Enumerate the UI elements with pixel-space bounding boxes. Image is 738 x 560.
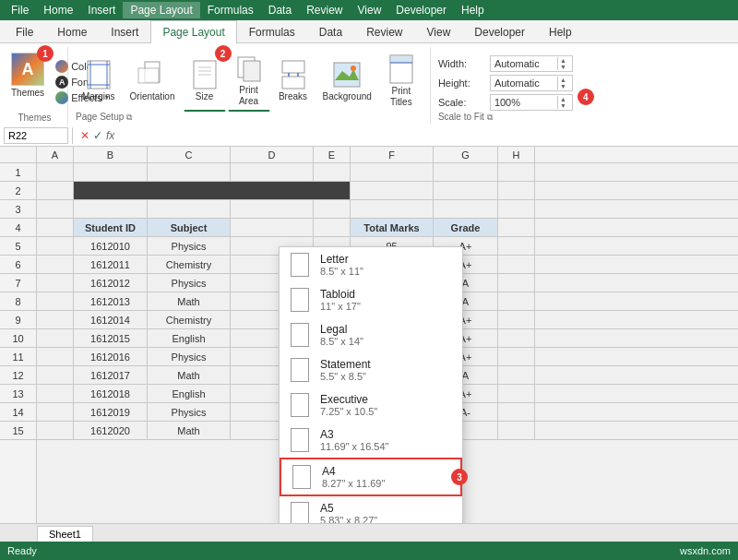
orientation-button[interactable]: Orientation bbox=[124, 51, 182, 112]
cell-14-1[interactable] bbox=[37, 403, 74, 421]
scale-input[interactable]: 100% ▲▼ 4 bbox=[490, 94, 573, 111]
size-dropdown[interactable]: Letter8.5" x 11"Tabloid11" x 17"Legal8.5… bbox=[279, 246, 463, 523]
cell-9-2[interactable]: 1612014 bbox=[74, 311, 148, 328]
row-header-15[interactable]: 15 bbox=[0, 422, 36, 440]
cell-4-4[interactable] bbox=[231, 219, 314, 236]
row-header-7[interactable]: 7 bbox=[0, 274, 36, 292]
cell-4-7[interactable]: Grade bbox=[434, 219, 498, 236]
menu-tab-review[interactable]: Review bbox=[299, 2, 350, 18]
page-setup-dialog-icon[interactable]: ⧉ bbox=[126, 113, 132, 122]
row-header-14[interactable]: 14 bbox=[0, 403, 36, 422]
ribbon-tab-developer[interactable]: Developer bbox=[462, 20, 537, 43]
ribbon-tab-review[interactable]: Review bbox=[354, 20, 414, 43]
cell-1-6[interactable] bbox=[351, 163, 434, 181]
cell-13-3[interactable]: English bbox=[148, 385, 231, 402]
cell-6-2[interactable]: 1612011 bbox=[74, 256, 148, 273]
cell-11-3[interactable]: Physics bbox=[148, 348, 231, 365]
confirm-icon[interactable]: ✓ bbox=[93, 129, 102, 142]
col-header-F[interactable]: F bbox=[351, 147, 434, 163]
cell-3-6[interactable] bbox=[351, 200, 434, 218]
cell-7-2[interactable]: 1612012 bbox=[74, 274, 148, 292]
cell-7-1[interactable] bbox=[37, 274, 74, 292]
cell-5-1[interactable] bbox=[37, 237, 74, 255]
cell-14-8[interactable] bbox=[498, 403, 535, 421]
col-header-D[interactable]: D bbox=[231, 147, 314, 163]
sheet-tab-sheet1[interactable]: Sheet1 bbox=[37, 526, 93, 542]
size-option-executive[interactable]: Executive7.25" x 10.5" bbox=[280, 387, 462, 423]
cell-4-8[interactable] bbox=[498, 219, 535, 236]
ribbon-tab-view[interactable]: View bbox=[415, 20, 463, 43]
row-header-10[interactable]: 10 bbox=[0, 329, 36, 348]
cell-2-8[interactable] bbox=[498, 182, 535, 199]
row-header-2[interactable]: 2 bbox=[0, 182, 36, 200]
size-option-a4[interactable]: A48.27" x 11.69"3 bbox=[280, 458, 462, 496]
row-header-13[interactable]: 13 bbox=[0, 385, 36, 403]
row-header-3[interactable]: 3 bbox=[0, 200, 36, 219]
cell-11-1[interactable] bbox=[37, 348, 74, 365]
row-header-11[interactable]: 11 bbox=[0, 348, 36, 366]
print-area-button[interactable]: PrintArea bbox=[228, 51, 270, 112]
col-header-E[interactable]: E bbox=[314, 147, 351, 163]
row-header-6[interactable]: 6 bbox=[0, 256, 36, 274]
cell-5-3[interactable]: Physics bbox=[148, 237, 231, 255]
col-header-H[interactable]: H bbox=[498, 147, 535, 163]
cell-9-8[interactable] bbox=[498, 311, 535, 328]
menu-tab-developer[interactable]: Developer bbox=[388, 2, 454, 18]
cell-4-2[interactable]: Student ID bbox=[74, 219, 148, 236]
row-header-1[interactable]: 1 bbox=[0, 163, 36, 182]
menu-tab-home[interactable]: Home bbox=[36, 2, 80, 18]
cell-3-8[interactable] bbox=[498, 200, 535, 218]
cell-12-2[interactable]: 1612017 bbox=[74, 366, 148, 384]
width-spinner[interactable]: ▲▼ bbox=[557, 57, 568, 70]
cell-12-3[interactable]: Math bbox=[148, 366, 231, 384]
ribbon-tab-file[interactable]: File bbox=[4, 20, 45, 43]
size-option-statement[interactable]: Statement5.5" x 8.5" bbox=[280, 352, 462, 387]
col-header-B[interactable]: B bbox=[74, 147, 148, 163]
cell-3-2[interactable] bbox=[74, 200, 148, 218]
cell-12-1[interactable] bbox=[37, 366, 74, 384]
formula-input[interactable] bbox=[122, 127, 734, 144]
cell-1-7[interactable] bbox=[434, 163, 498, 181]
cell-3-5[interactable] bbox=[314, 200, 351, 218]
size-button[interactable]: Size 2 bbox=[184, 51, 226, 112]
ribbon-tab-data[interactable]: Data bbox=[307, 20, 354, 43]
cell-4-1[interactable] bbox=[37, 219, 74, 236]
cell-7-8[interactable] bbox=[498, 274, 535, 292]
cell-14-2[interactable]: 1612019 bbox=[74, 403, 148, 421]
cell-4-3[interactable]: Subject bbox=[148, 219, 231, 236]
scale-dialog-icon[interactable]: ⧉ bbox=[487, 113, 493, 122]
row-header-9[interactable]: 9 bbox=[0, 311, 36, 329]
cell-5-2[interactable]: 1612010 bbox=[74, 237, 148, 255]
cell-1-8[interactable] bbox=[498, 163, 535, 181]
cell-8-8[interactable] bbox=[498, 292, 535, 310]
cell-2-2[interactable] bbox=[74, 182, 351, 199]
ribbon-tab-page-layout[interactable]: Page Layout bbox=[150, 20, 236, 43]
cell-6-1[interactable] bbox=[37, 256, 74, 273]
cell-9-1[interactable] bbox=[37, 311, 74, 328]
menu-tab-page-layout[interactable]: Page Layout bbox=[123, 2, 199, 18]
height-input[interactable]: Automatic ▲▼ bbox=[490, 75, 573, 91]
menu-tab-data[interactable]: Data bbox=[261, 2, 299, 18]
cell-reference[interactable]: R22 bbox=[4, 127, 68, 144]
cell-3-7[interactable] bbox=[434, 200, 498, 218]
cell-1-5[interactable] bbox=[314, 163, 351, 181]
size-option-letter[interactable]: Letter8.5" x 11" bbox=[280, 247, 462, 282]
cell-4-5[interactable] bbox=[314, 219, 351, 236]
cell-15-2[interactable]: 1612020 bbox=[74, 422, 148, 439]
cell-9-3[interactable]: Chemistry bbox=[148, 311, 231, 328]
fx-icon[interactable]: fx bbox=[106, 129, 114, 142]
cell-10-2[interactable]: 1612015 bbox=[74, 329, 148, 347]
cell-1-3[interactable] bbox=[148, 163, 231, 181]
row-header-5[interactable]: 5 bbox=[0, 237, 36, 256]
themes-button[interactable]: 1 A Themes bbox=[7, 51, 48, 113]
row-header-12[interactable]: 12 bbox=[0, 366, 36, 385]
cell-3-1[interactable] bbox=[37, 200, 74, 218]
cell-6-8[interactable] bbox=[498, 256, 535, 273]
cell-1-4[interactable] bbox=[231, 163, 314, 181]
cell-2-7[interactable] bbox=[434, 182, 498, 199]
menu-tab-file[interactable]: File bbox=[4, 2, 36, 18]
cell-6-3[interactable]: Chemistry bbox=[148, 256, 231, 273]
ribbon-tab-home[interactable]: Home bbox=[45, 20, 99, 43]
col-header-C[interactable]: C bbox=[148, 147, 231, 163]
cell-5-8[interactable] bbox=[498, 237, 535, 255]
